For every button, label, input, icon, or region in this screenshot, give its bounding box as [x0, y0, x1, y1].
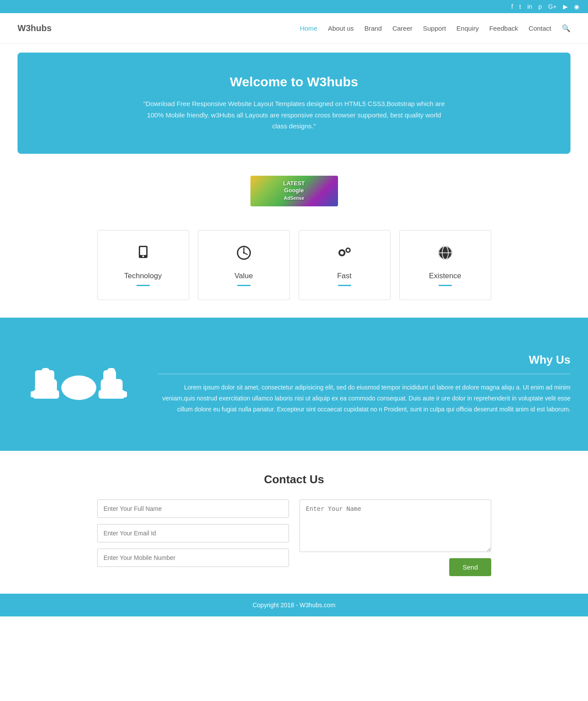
contact-left-column — [97, 499, 289, 576]
technology-label: Technology — [124, 272, 162, 280]
features-section: Technology Value Fast — [0, 221, 588, 318]
navbar: W3hubs Home About us Brand Career Suppor… — [0, 13, 588, 44]
send-btn-wrap: Send — [299, 558, 491, 576]
svg-point-11 — [347, 249, 349, 251]
existence-icon — [437, 244, 454, 266]
feature-card-fast: Fast — [299, 230, 391, 300]
feature-card-existence: Existence — [399, 230, 491, 300]
ad-text: LATESTGoogleAdSense — [283, 180, 305, 202]
why-us-image — [18, 344, 140, 425]
svg-point-2 — [142, 255, 144, 257]
why-us-body: Lorem ipsum dolor sit amet, consectetur … — [158, 382, 570, 415]
footer-text: Copyright 2018 - W3hubs.com — [253, 602, 335, 609]
email-input[interactable] — [97, 524, 289, 542]
why-us-divider — [158, 374, 570, 374]
svg-rect-25 — [63, 381, 94, 394]
nav-item-about[interactable]: About us — [328, 25, 354, 32]
value-icon — [235, 244, 253, 266]
svg-point-9 — [340, 251, 344, 255]
nav-item-contact[interactable]: Contact — [528, 25, 551, 32]
youtube-icon[interactable]: ▶ — [563, 3, 568, 10]
existence-label: Existence — [429, 272, 461, 280]
message-textarea[interactable] — [299, 499, 491, 552]
hero-title: Welcome to W3hubs — [35, 74, 553, 89]
ad-placeholder: LATESTGoogleAdSense — [250, 176, 338, 206]
search-icon[interactable]: 🔍 — [562, 24, 570, 32]
contact-right-column: Send — [299, 499, 491, 576]
svg-rect-1 — [140, 247, 146, 255]
svg-rect-28 — [31, 391, 44, 397]
contact-title: Contact Us — [18, 473, 570, 486]
feature-card-technology: Technology — [97, 230, 189, 300]
googleplus-icon[interactable]: G+ — [548, 3, 556, 10]
navbar-brand: W3hubs — [18, 23, 52, 33]
technology-underline — [137, 285, 150, 286]
contact-form-grid: Send — [97, 499, 491, 576]
twitter-icon[interactable]: t — [519, 3, 521, 10]
existence-underline — [439, 285, 452, 286]
fast-label: Fast — [337, 272, 352, 280]
why-us-section: Why Us Lorem ipsum dolor sit amet, conse… — [0, 318, 588, 451]
linkedin-icon[interactable]: in — [527, 3, 532, 10]
nav-item-career[interactable]: Career — [392, 25, 412, 32]
hero-section: Welcome to W3hubs "Download Free Respons… — [18, 53, 570, 154]
hero-description: "Download Free Responsive Website Layout… — [141, 98, 447, 132]
value-label: Value — [234, 272, 253, 280]
svg-rect-19 — [47, 370, 54, 381]
fast-underline — [338, 285, 351, 286]
nav-item-feedback[interactable]: Feedback — [489, 25, 518, 32]
feature-card-value: Value — [198, 230, 290, 300]
social-bar: f t in p G+ ▶ ◉ — [0, 0, 588, 13]
nav-item-brand[interactable]: Brand — [364, 25, 382, 32]
technology-icon — [134, 244, 152, 266]
dribbble-icon[interactable]: ◉ — [574, 3, 579, 10]
value-underline — [237, 285, 250, 286]
why-us-title: Why Us — [158, 353, 570, 367]
fast-icon — [335, 244, 354, 266]
contact-section: Contact Us Send — [0, 451, 588, 594]
pinterest-icon[interactable]: p — [539, 3, 542, 10]
why-us-content: Why Us Lorem ipsum dolor sit amet, conse… — [158, 353, 570, 415]
nav-item-enquiry[interactable]: Enquiry — [457, 25, 479, 32]
send-button[interactable]: Send — [449, 558, 491, 576]
svg-rect-23 — [103, 370, 110, 381]
nav-item-support[interactable]: Support — [423, 25, 446, 32]
mobile-input[interactable] — [97, 549, 289, 567]
facebook-icon[interactable]: f — [511, 3, 513, 10]
full-name-input[interactable] — [97, 499, 289, 518]
ad-banner-area: LATESTGoogleAdSense — [0, 163, 588, 221]
svg-rect-29 — [114, 391, 127, 397]
nav-item-home[interactable]: Home — [300, 25, 317, 32]
nav-links: Home About us Brand Career Support Enqui… — [300, 24, 570, 32]
footer: Copyright 2018 - W3hubs.com — [0, 594, 588, 616]
